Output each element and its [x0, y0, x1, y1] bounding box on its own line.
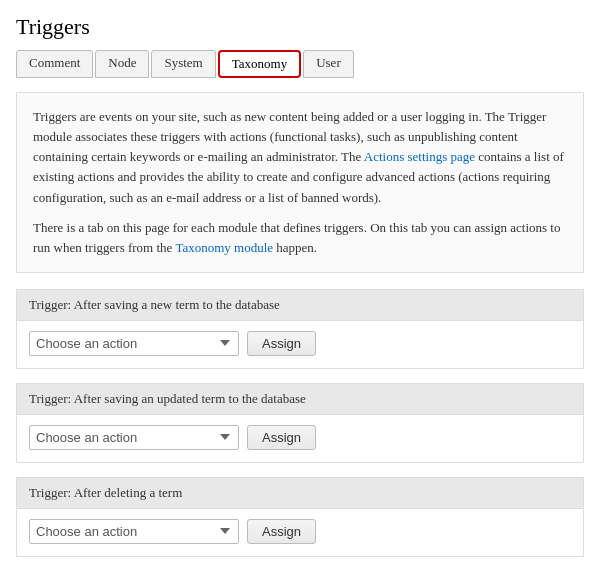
tab-user[interactable]: User	[303, 50, 354, 78]
tab-node[interactable]: Node	[95, 50, 149, 78]
page-title: Triggers	[16, 14, 584, 40]
tabs-bar: Comment Node System Taxonomy User	[16, 50, 584, 78]
action-select-save-updated-term[interactable]: Choose an action	[29, 425, 239, 450]
actions-settings-link[interactable]: Actions settings page	[364, 149, 475, 164]
trigger-section-save-new-term: Trigger: After saving a new term to the …	[16, 289, 584, 369]
trigger-body-save-new-term: Choose an action Assign	[17, 321, 583, 368]
trigger-header-save-updated-term: Trigger: After saving an updated term to…	[17, 384, 583, 415]
assign-button-delete-term[interactable]: Assign	[247, 519, 316, 544]
info-box: Triggers are events on your site, such a…	[16, 92, 584, 273]
tab-taxonomy[interactable]: Taxonomy	[218, 50, 301, 78]
trigger-section-delete-term: Trigger: After deleting a term Choose an…	[16, 477, 584, 557]
trigger-header-delete-term: Trigger: After deleting a term	[17, 478, 583, 509]
assign-button-save-new-term[interactable]: Assign	[247, 331, 316, 356]
tab-comment[interactable]: Comment	[16, 50, 93, 78]
assign-button-save-updated-term[interactable]: Assign	[247, 425, 316, 450]
trigger-section-save-updated-term: Trigger: After saving an updated term to…	[16, 383, 584, 463]
trigger-body-save-updated-term: Choose an action Assign	[17, 415, 583, 462]
taxonomy-module-link[interactable]: Taxonomy module	[175, 240, 273, 255]
info-paragraph-1: Triggers are events on your site, such a…	[33, 107, 567, 208]
info-paragraph-2: There is a tab on this page for each mod…	[33, 218, 567, 258]
page-container: Triggers Comment Node System Taxonomy Us…	[0, 0, 600, 568]
action-select-delete-term[interactable]: Choose an action	[29, 519, 239, 544]
trigger-body-delete-term: Choose an action Assign	[17, 509, 583, 556]
trigger-header-save-new-term: Trigger: After saving a new term to the …	[17, 290, 583, 321]
tab-system[interactable]: System	[151, 50, 215, 78]
action-select-save-new-term[interactable]: Choose an action	[29, 331, 239, 356]
